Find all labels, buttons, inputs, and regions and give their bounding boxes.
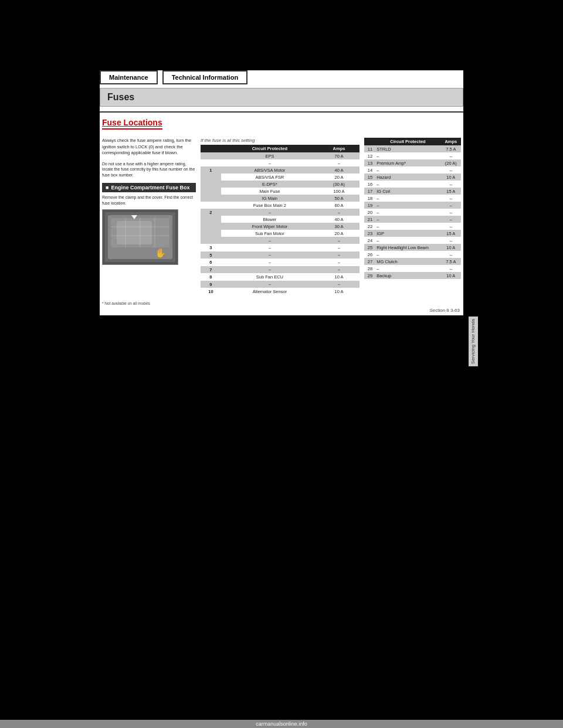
fuse-box-image: ✋	[102, 209, 178, 265]
table-row: 15 Hazard 10 A	[364, 174, 461, 181]
table-row: EPS 70 A	[201, 152, 359, 159]
main-fuse-table: Circuit Protected Amps EPS 70 A	[201, 145, 359, 295]
table-row: 3 – –	[201, 244, 359, 251]
divider	[100, 111, 463, 113]
table-row: 9 – –	[201, 281, 359, 288]
top-tabs: Maintenance Technical Information	[100, 70, 463, 84]
table-row: 21 – –	[364, 216, 461, 223]
table-row: 10 Alternator Sensor 10 A	[201, 288, 359, 295]
right-fuse-table: Circuit Protected Amps 11 STRLD 7.5 A 12…	[364, 138, 461, 279]
table-row: Sub Fan Motor 20 A	[201, 230, 359, 237]
table-row: 5 – –	[201, 251, 359, 259]
table-row: 6 – –	[201, 258, 359, 266]
table-row: IG Main 50 A	[201, 195, 359, 202]
table-row: 22 – –	[364, 223, 461, 230]
intro-text: Always check the fuse ampere rating, tur…	[102, 138, 196, 157]
fuses-title: Fuses	[107, 92, 134, 102]
table-row: 28 – –	[364, 265, 461, 272]
right-col-circuit: Circuit Protected	[375, 138, 441, 145]
table-row: 17 IG Coil 15 A	[364, 188, 461, 195]
right-table-body: 11 STRLD 7.5 A 12 – – 13 Premium Amp*	[364, 145, 461, 279]
engine-box-desc: Remove the clamp and the cover. Find the…	[102, 195, 196, 206]
table-row: 8 Sub Fan ECU 10 A	[201, 273, 359, 281]
table-row: 27 MG Clutch 7.5 A	[364, 258, 461, 265]
left-column: Always check the fuse ampere rating, tur…	[102, 138, 196, 295]
fuse-box-svg: ✋	[105, 212, 175, 262]
footer-note: * Not available on all models	[102, 301, 461, 305]
table-row: 19 – –	[364, 202, 461, 209]
table-row: ABS/VSA FSR 20 A	[201, 174, 359, 181]
mid-table-note: If the fuse is at this setting	[201, 138, 359, 143]
content-area: Always check the fuse ampere rating, tur…	[100, 138, 463, 295]
sidebar-label: Servicing Your Honda	[469, 317, 478, 366]
warning-text: Do not use a fuse with a higher ampere r…	[102, 161, 196, 178]
watermark: carmanualsonline.info	[0, 720, 563, 728]
engine-box-header: Engine Compartment Fuse Box	[102, 183, 196, 192]
svg-rect-2	[111, 218, 169, 247]
table-row: 2 – –	[201, 209, 359, 216]
col-header-amps: Amps	[318, 145, 359, 152]
table-row: – –	[201, 159, 359, 166]
table-row: Blower 40 A	[201, 216, 359, 223]
table-row: 20 – –	[364, 209, 461, 216]
table-row: 29 Backup 10 A	[364, 272, 461, 279]
table-row: 12 – –	[364, 152, 461, 159]
col-header-circuit: Circuit Protected	[221, 145, 318, 152]
table-row: E-DPS* (30 A)	[201, 181, 359, 188]
right-col-num	[364, 138, 375, 145]
table-row: 24 – –	[364, 237, 461, 244]
table-row: 25 Right Headlight Low Beam 10 A	[364, 244, 461, 251]
fuse-box-inner: ✋	[105, 212, 175, 262]
right-col-amps: Amps	[441, 138, 461, 145]
table-row: 7 – –	[201, 266, 359, 274]
tab-technical-information[interactable]: Technical Information	[162, 70, 247, 84]
svg-text:✋: ✋	[155, 247, 167, 258]
table-row: Main Fuse 100 A	[201, 188, 359, 195]
page-number: Section 8 3-63	[102, 308, 461, 313]
fuse-table-body: EPS 70 A – – 1 ABS/VSA Motor 40 A	[201, 152, 359, 295]
table-row: Fuse Box Main 2 60 A	[201, 202, 359, 209]
table-row: 26 – –	[364, 251, 461, 258]
tab-maintenance[interactable]: Maintenance	[100, 70, 158, 84]
table-row: – –	[201, 237, 359, 244]
table-row: 14 – –	[364, 166, 461, 174]
table-row: 23 IGP 15 A	[364, 230, 461, 237]
page-content: Maintenance Technical Information Fuses …	[100, 70, 463, 315]
table-row: 16 – –	[364, 181, 461, 188]
table-row: 11 STRLD 7.5 A	[364, 145, 461, 152]
fuses-header: Fuses	[100, 88, 463, 107]
section-title: Fuse Locations	[102, 118, 162, 130]
right-column: Circuit Protected Amps 11 STRLD 7.5 A 12…	[364, 138, 461, 295]
table-row: Front Wiper Motor 30 A	[201, 223, 359, 230]
middle-column: If the fuse is at this setting Circuit P…	[201, 138, 359, 295]
table-row: 1 ABS/VSA Motor 40 A	[201, 166, 359, 174]
footer-area: * Not available on all models Section 8 …	[100, 295, 463, 315]
table-row: 13 Premium Amp* (20 A)	[364, 159, 461, 166]
table-row: 18 – –	[364, 195, 461, 202]
col-header-num	[201, 145, 221, 152]
